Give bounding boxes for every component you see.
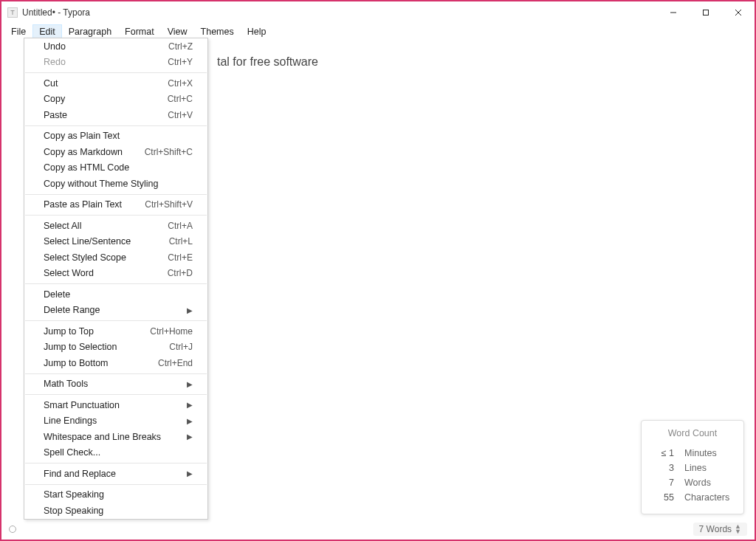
menuitem-shortcut: Ctrl+Shift+C	[145, 147, 193, 157]
word-count-row-characters: 55Characters	[652, 490, 733, 505]
sidebar-toggle-icon[interactable]	[9, 526, 16, 533]
word-count-value: 55	[652, 490, 674, 505]
menuitem-start-speaking[interactable]: Start Speaking	[24, 487, 207, 503]
minimize-button[interactable]	[657, 2, 690, 23]
menu-separator	[25, 194, 207, 195]
menuitem-shortcut: Ctrl+A	[168, 221, 193, 231]
menuitem-copy-as-markdown[interactable]: Copy as MarkdownCtrl+Shift+C	[24, 144, 207, 160]
menuitem-shortcut: Ctrl+L	[169, 236, 193, 247]
menuitem-jump-to-bottom[interactable]: Jump to BottomCtrl+End	[24, 355, 207, 371]
menuitem-paste[interactable]: PasteCtrl+V	[24, 107, 207, 123]
menuitem-shortcut: Ctrl+Shift+V	[145, 199, 193, 210]
menuitem-label: Select Line/Sentence	[44, 236, 131, 247]
menuitem-shortcut: Ctrl+X	[168, 78, 193, 89]
menu-separator	[25, 484, 207, 485]
word-count-label: Minutes	[684, 446, 717, 461]
menuitem-label: Smart Punctuation	[44, 400, 120, 410]
menuitem-label: Undo	[44, 41, 66, 52]
menu-themes[interactable]: Themes	[194, 24, 241, 39]
menuitem-copy[interactable]: CopyCtrl+C	[24, 92, 207, 108]
menu-separator	[25, 373, 207, 374]
menuitem-shortcut: Ctrl+E	[168, 252, 193, 263]
menuitem-delete-range[interactable]: Delete Range▶	[24, 303, 207, 319]
menuitem-copy-without-theme-styling[interactable]: Copy without Theme Styling	[24, 176, 207, 192]
word-count-label: Words	[684, 475, 711, 490]
menuitem-smart-punctuation[interactable]: Smart Punctuation▶	[24, 397, 207, 413]
menuitem-label: Line Endings	[44, 416, 97, 426]
menuitem-paste-as-plain-text[interactable]: Paste as Plain TextCtrl+Shift+V	[24, 197, 207, 213]
chevron-right-icon: ▶	[187, 417, 193, 425]
status-left	[9, 526, 16, 533]
menuitem-find-and-replace[interactable]: Find and Replace▶	[24, 466, 207, 482]
menuitem-shortcut: Ctrl+J	[169, 342, 193, 352]
document-text-fragment: tal for free software	[217, 55, 318, 69]
menu-separator	[25, 283, 207, 284]
menuitem-select-all[interactable]: Select AllCtrl+A	[24, 218, 207, 234]
menuitem-jump-to-top[interactable]: Jump to TopCtrl+Home	[24, 323, 207, 340]
word-count-label: 7 Words	[699, 524, 732, 534]
menu-help[interactable]: Help	[241, 24, 273, 39]
menuitem-jump-to-selection[interactable]: Jump to SelectionCtrl+J	[24, 340, 207, 356]
menu-view[interactable]: View	[161, 24, 194, 39]
titlebar-left: T Untitled• - Typora	[7, 7, 90, 18]
menuitem-label: Redo	[44, 57, 66, 67]
menu-format[interactable]: Format	[118, 24, 161, 39]
menuitem-label: Start Speaking	[44, 489, 104, 500]
word-count-row-lines: 3Lines	[652, 461, 733, 475]
menuitem-label: Cut	[44, 78, 58, 89]
chevron-right-icon: ▶	[187, 306, 193, 314]
menuitem-label: Whitespace and Line Breaks	[44, 432, 161, 442]
menuitem-label: Copy as Plain Text	[44, 131, 120, 141]
app-window: T Untitled• - Typora FileEditParagraphFo…	[0, 0, 756, 541]
menuitem-shortcut: Ctrl+End	[158, 358, 193, 368]
word-count-value: 3	[652, 461, 674, 475]
menuitem-stop-speaking[interactable]: Stop Speaking	[24, 503, 207, 519]
word-count-label: Lines	[684, 461, 707, 475]
menuitem-math-tools[interactable]: Math Tools▶	[24, 376, 207, 393]
menu-edit[interactable]: Edit	[32, 24, 62, 39]
menuitem-shortcut: Ctrl+Home	[150, 326, 193, 337]
menuitem-delete[interactable]: Delete	[24, 286, 207, 303]
maximize-button[interactable]	[690, 2, 722, 23]
menuitem-label: Paste	[44, 110, 67, 120]
menu-paragraph[interactable]: Paragraph	[62, 24, 118, 39]
menuitem-shortcut: Ctrl+V	[168, 110, 193, 120]
menu-separator	[25, 72, 207, 73]
svg-rect-1	[704, 10, 709, 15]
menu-separator	[25, 394, 207, 395]
word-count-status[interactable]: 7 Words ▲▼	[693, 523, 747, 536]
edit-menu-dropdown: UndoCtrl+ZRedoCtrl+YCutCtrl+XCopyCtrl+CP…	[24, 38, 208, 520]
menuitem-copy-as-html-code[interactable]: Copy as HTML Code	[24, 160, 207, 176]
menuitem-label: Select All	[44, 221, 81, 231]
menuitem-label: Delete	[44, 289, 70, 300]
menu-file[interactable]: File	[4, 24, 32, 39]
menuitem-shortcut: Ctrl+Z	[168, 41, 193, 52]
menuitem-select-line-sentence[interactable]: Select Line/SentenceCtrl+L	[24, 234, 207, 250]
menuitem-label: Select Word	[44, 268, 94, 278]
close-button[interactable]	[722, 2, 755, 23]
chevron-right-icon: ▶	[187, 433, 193, 441]
menuitem-redo: RedoCtrl+Y	[24, 55, 207, 71]
menuitem-select-word[interactable]: Select WordCtrl+D	[24, 266, 207, 282]
window-title: Untitled• - Typora	[22, 7, 90, 18]
menuitem-copy-as-plain-text[interactable]: Copy as Plain Text	[24, 128, 207, 145]
menuitem-label: Find and Replace	[44, 469, 116, 479]
updown-icon: ▲▼	[735, 524, 741, 534]
menuitem-select-styled-scope[interactable]: Select Styled ScopeCtrl+E	[24, 249, 207, 266]
word-count-label: Characters	[684, 490, 729, 505]
app-icon: T	[7, 7, 18, 18]
chevron-right-icon: ▶	[187, 469, 193, 478]
window-controls	[657, 2, 755, 23]
titlebar: T Untitled• - Typora	[1, 1, 755, 24]
menuitem-spell-check[interactable]: Spell Check...	[24, 445, 207, 461]
statusbar: 7 Words ▲▼	[3, 520, 753, 538]
menuitem-cut[interactable]: CutCtrl+X	[24, 75, 207, 92]
menuitem-label: Math Tools	[44, 379, 88, 389]
menuitem-undo[interactable]: UndoCtrl+Z	[24, 38, 207, 55]
word-count-value: ≤ 1	[652, 446, 674, 461]
chevron-right-icon: ▶	[187, 401, 193, 409]
menuitem-label: Jump to Selection	[44, 342, 117, 352]
menuitem-whitespace-and-line-breaks[interactable]: Whitespace and Line Breaks▶	[24, 429, 207, 445]
menu-separator	[25, 463, 207, 464]
menuitem-line-endings[interactable]: Line Endings▶	[24, 413, 207, 430]
